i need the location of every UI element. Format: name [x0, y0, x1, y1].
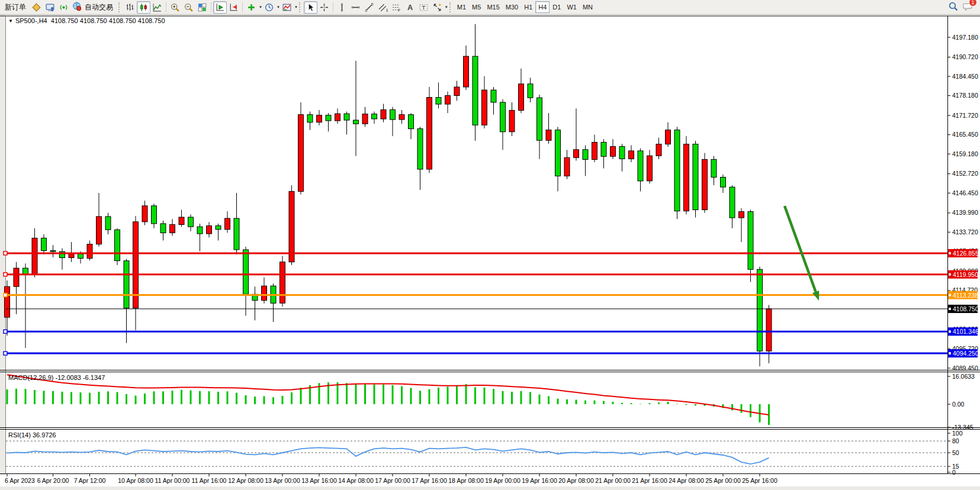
svg-text:4108.750: 4108.750	[953, 305, 979, 312]
symbol-period-label: SP500-,H4	[15, 17, 47, 24]
svg-text:4146.450: 4146.450	[952, 189, 978, 196]
horizontal-line-icon[interactable]	[349, 1, 362, 14]
svg-text:13 Apr 16:00: 13 Apr 16:00	[301, 477, 337, 484]
cursor-icon[interactable]	[304, 1, 317, 14]
new-order-button[interactable]: 新订单	[1, 1, 30, 14]
svg-text:16.0633: 16.0633	[952, 373, 975, 380]
equidistant-channel-icon[interactable]: E	[376, 1, 390, 14]
timeframe-D1[interactable]: D1	[550, 1, 564, 13]
terminal-icon[interactable]	[43, 1, 57, 14]
indicators-icon[interactable]	[245, 1, 258, 14]
svg-text:4119.950: 4119.950	[953, 271, 978, 278]
svg-text:25 Apr 16:00: 25 Apr 16:00	[742, 477, 777, 484]
svg-text:17 Apr 00:00: 17 Apr 00:00	[375, 477, 410, 484]
svg-text:20 Apr 08:00: 20 Apr 08:00	[558, 477, 594, 484]
chart-area[interactable]: ▼SP500-,H4 4108.750 4108.750 4108.750 41…	[0, 15, 980, 490]
svg-text:4171.720: 4171.720	[952, 112, 978, 119]
svg-text:A: A	[407, 3, 413, 12]
svg-text:4094.250: 4094.250	[953, 350, 979, 357]
ohlc-values: 4108.750 4108.750 4108.750 4108.750	[51, 17, 165, 24]
svg-text:4133.720: 4133.720	[952, 228, 978, 236]
timeframe-M15[interactable]: M15	[484, 1, 502, 13]
svg-text:4190.720: 4190.720	[952, 53, 978, 60]
chart-shift-icon[interactable]	[227, 1, 240, 14]
text-label-icon[interactable]: T	[417, 1, 430, 14]
svg-text:24 Apr 08:00: 24 Apr 08:00	[669, 477, 704, 484]
gold-diamond-icon[interactable]	[30, 1, 43, 14]
svg-text:4089.450: 4089.450	[952, 365, 978, 372]
svg-text:4126.855: 4126.855	[953, 250, 979, 257]
svg-text:4101.346: 4101.346	[953, 328, 979, 335]
globe-icon	[72, 1, 82, 13]
auto-scroll-icon[interactable]	[213, 1, 227, 14]
tile-windows-icon[interactable]	[195, 1, 209, 14]
chart-title: ▼SP500-,H4 4108.750 4108.750 4108.750 41…	[8, 17, 165, 24]
notification-badge: 1	[969, 0, 977, 7]
timeframe-group: M1M5M15M30H1H4D1W1MN	[454, 1, 596, 13]
collapse-triangle-icon[interactable]: ▼	[8, 18, 13, 24]
svg-text:4165.450: 4165.450	[952, 131, 978, 138]
svg-text:14 Apr 08:00: 14 Apr 08:00	[338, 477, 374, 484]
macd-indicator-label: MACD(12,26,9) -12.0083 -6.1347	[8, 374, 105, 381]
timeframe-M1[interactable]: M1	[454, 1, 469, 13]
svg-text:F: F	[398, 8, 400, 12]
separator	[333, 2, 333, 12]
svg-text:6 Apr 20:00: 6 Apr 20:00	[37, 477, 69, 484]
line-chart-icon[interactable]	[150, 1, 164, 14]
svg-text:11 Apr 00:00: 11 Apr 00:00	[155, 477, 190, 484]
svg-text:21 Apr 16:00: 21 Apr 16:00	[632, 477, 667, 484]
svg-text:12 Apr 08:00: 12 Apr 08:00	[228, 477, 264, 484]
svg-text:21 Apr 00:00: 21 Apr 00:00	[595, 477, 631, 484]
vertical-line-icon[interactable]	[335, 1, 349, 14]
svg-text:19 Apr 00:00: 19 Apr 00:00	[485, 477, 520, 484]
svg-text:4159.180: 4159.180	[952, 150, 978, 157]
periods-clock-icon[interactable]	[262, 1, 276, 14]
svg-text:19 Apr 16:00: 19 Apr 16:00	[522, 477, 557, 484]
ohlc-bars-icon[interactable]	[123, 1, 137, 14]
price-chart-plot[interactable]: 4197.1804190.7204184.4504178.1804171.720…	[0, 15, 980, 490]
svg-text:7 Apr 12:00: 7 Apr 12:00	[74, 477, 106, 484]
crosshair-icon[interactable]	[317, 1, 331, 14]
timeframe-H1[interactable]: H1	[521, 1, 535, 13]
timeframe-M5[interactable]: M5	[469, 1, 484, 13]
auto-trading-button[interactable]: 自动交易	[70, 1, 117, 14]
svg-text:0: 0	[952, 469, 956, 476]
signal-icon[interactable]	[57, 1, 70, 14]
arrows-tool-icon[interactable]	[430, 1, 444, 14]
fibonacci-icon[interactable]: F	[390, 1, 403, 14]
svg-text:6 Apr 2023: 6 Apr 2023	[5, 477, 35, 484]
template-caret-icon[interactable]: ▼	[294, 5, 298, 9]
svg-text:-13.345: -13.345	[952, 424, 973, 431]
svg-text:0.00: 0.00	[952, 401, 965, 408]
zoom-out-icon[interactable]	[182, 1, 195, 14]
svg-text:25 Apr 00:00: 25 Apr 00:00	[705, 477, 741, 484]
separator	[242, 2, 243, 12]
text-tool-icon[interactable]: A	[403, 1, 417, 14]
arrows-caret-icon[interactable]: ▼	[445, 5, 448, 9]
toolbar-grip	[299, 2, 301, 12]
timeframe-H4[interactable]: H4	[535, 1, 550, 13]
template-icon[interactable]	[280, 1, 294, 14]
toolbar-grip	[449, 2, 452, 12]
svg-text:4113.238: 4113.238	[953, 292, 978, 299]
separator	[211, 2, 211, 12]
timeframe-MN[interactable]: MN	[580, 1, 596, 13]
svg-text:10 Apr 08:00: 10 Apr 08:00	[118, 477, 153, 484]
rsi-indicator-label: RSI(14) 36.9726	[8, 431, 56, 439]
main-toolbar: 新订单 自动交易 ▼ ▼ ▼ E F A T ▼ M	[0, 0, 980, 15]
search-icon[interactable]	[948, 1, 958, 14]
candlestick-chart-icon[interactable]	[137, 1, 150, 14]
svg-text:80: 80	[952, 437, 959, 444]
timeframe-W1[interactable]: W1	[564, 1, 580, 13]
svg-text:T: T	[422, 4, 425, 11]
zoom-in-icon[interactable]	[168, 1, 182, 14]
timeframe-M30[interactable]: M30	[503, 1, 521, 13]
svg-text:4152.720: 4152.720	[952, 170, 978, 177]
toolbar-grip	[118, 2, 121, 12]
svg-text:50: 50	[952, 449, 959, 456]
svg-text:17 Apr 16:00: 17 Apr 16:00	[412, 477, 447, 484]
svg-text:13 Apr 00:00: 13 Apr 00:00	[265, 477, 300, 484]
svg-text:4139.990: 4139.990	[952, 209, 978, 216]
trendline-icon[interactable]	[362, 1, 376, 14]
notifications-chat-icon[interactable]: 1	[963, 1, 973, 14]
